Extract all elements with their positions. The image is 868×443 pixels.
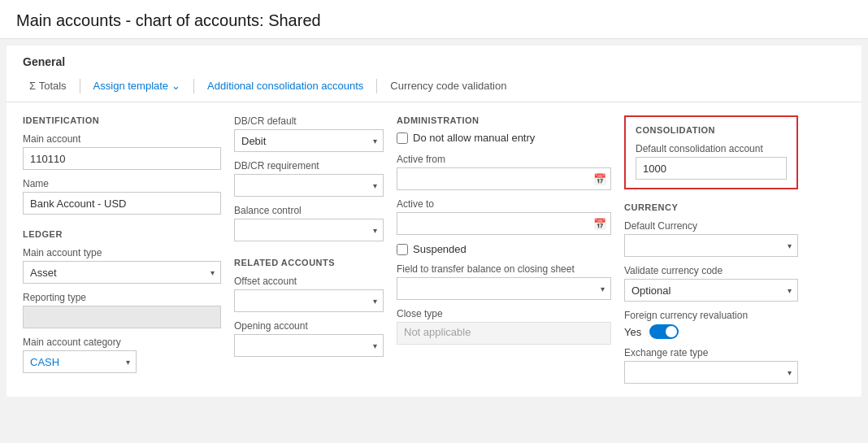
main-account-type-wrapper: Asset Liability Equity Revenue Expense ▾ [23, 261, 221, 284]
dbcr-default-label: DB/CR default [234, 115, 384, 127]
main-account-category-label: Main account category [23, 337, 221, 348]
main-account-category-wrapper: CASH AR AP OTHER ▾ [23, 350, 137, 373]
identification-group-label: IDENTIFICATION [23, 115, 221, 125]
col-identification-ledger: IDENTIFICATION Main account Name LEDGER … [23, 115, 234, 384]
foreign-revaluation-toggle[interactable] [649, 324, 679, 339]
default-currency-select[interactable] [624, 234, 798, 257]
active-from-wrapper: 📅 [397, 167, 611, 190]
currency-group-label: CURRENCY [624, 202, 798, 212]
col-dbcr-related: DB/CR default Debit Credit ▾ DB/CR requi… [234, 115, 397, 384]
validate-currency-select[interactable]: Optional Yes No [624, 279, 798, 302]
main-account-category-select[interactable]: CASH AR AP OTHER [23, 350, 137, 373]
foreign-revaluation-row: Yes [624, 324, 798, 339]
active-from-input[interactable] [397, 167, 611, 190]
field-transfer-select[interactable] [397, 277, 611, 300]
toolbar-separator-3 [376, 79, 377, 93]
do-not-allow-checkbox[interactable] [397, 132, 408, 144]
foreign-revaluation-yes-label: Yes [624, 326, 641, 338]
default-currency-label: Default Currency [624, 220, 798, 232]
balance-control-label: Balance control [234, 205, 384, 216]
default-consolidation-label: Default consolidation account [636, 143, 787, 154]
suspended-row: Suspended [397, 243, 611, 255]
section-label: General [7, 46, 861, 73]
dbcr-requirement-wrapper: Debit Credit ▾ [234, 174, 384, 197]
col-administration: ADMINISTRATION Do not allow manual entry… [397, 115, 624, 384]
do-not-allow-label: Do not allow manual entry [413, 132, 535, 144]
balance-control-wrapper: Debit Credit ▾ [234, 219, 384, 241]
active-to-input[interactable] [397, 212, 611, 235]
offset-account-label: Offset account [234, 276, 384, 287]
reporting-type-display [23, 306, 221, 328]
assign-template-label: Assign template [93, 80, 169, 92]
reporting-type-label: Reporting type [23, 292, 221, 303]
related-accounts-group-label: RELATED ACCOUNTS [234, 258, 384, 267]
active-from-label: Active from [397, 154, 611, 165]
opening-account-label: Opening account [234, 320, 384, 332]
toolbar-additional-consolidation[interactable]: Additional consolidation accounts [201, 76, 370, 95]
main-account-input[interactable] [23, 147, 221, 170]
dbcr-requirement-select[interactable]: Debit Credit [234, 174, 384, 197]
dbcr-default-wrapper: Debit Credit ▾ [234, 129, 384, 152]
dbcr-default-select[interactable]: Debit Credit [234, 129, 384, 152]
page-header: Main accounts - chart of accounts: Share… [0, 0, 868, 39]
assign-template-chevron: ⌄ [171, 80, 180, 92]
offset-account-select[interactable] [234, 289, 384, 312]
active-to-wrapper: 📅 [397, 212, 611, 235]
exchange-rate-type-select[interactable] [624, 361, 798, 384]
close-type-display: Not applicable [397, 322, 611, 345]
form-grid: IDENTIFICATION Main account Name LEDGER … [7, 102, 861, 397]
validate-currency-wrapper: Optional Yes No ▾ [624, 279, 798, 302]
active-to-label: Active to [397, 198, 611, 210]
exchange-rate-type-wrapper: ▾ [624, 361, 798, 384]
toolbar: Σ Totals Assign template ⌄ Additional co… [7, 73, 861, 102]
balance-control-select[interactable]: Debit Credit [234, 219, 384, 241]
default-currency-wrapper: ▾ [624, 234, 798, 257]
opening-account-select[interactable] [234, 334, 384, 357]
main-account-label: Main account [23, 133, 221, 145]
toolbar-separator-1 [80, 79, 80, 93]
toolbar-totals[interactable]: Σ Totals [23, 76, 73, 95]
suspended-label: Suspended [413, 243, 467, 255]
toggle-track [649, 324, 679, 339]
toolbar-separator-2 [193, 79, 194, 93]
page-title: Main accounts - chart of accounts: Share… [16, 11, 852, 30]
content-area: General Σ Totals Assign template ⌄ Addit… [7, 46, 861, 397]
exchange-rate-type-label: Exchange rate type [624, 347, 798, 358]
consolidation-group-label: CONSOLIDATION [636, 125, 787, 135]
administration-group-label: ADMINISTRATION [397, 115, 611, 125]
field-transfer-label: Field to transfer balance on closing she… [397, 263, 611, 275]
toolbar-assign-template[interactable]: Assign template ⌄ [87, 76, 188, 95]
name-input[interactable] [23, 192, 221, 215]
default-consolidation-input[interactable] [636, 157, 787, 180]
ledger-group-label: LEDGER [23, 229, 221, 239]
toggle-thumb [666, 326, 677, 337]
consolidation-box: CONSOLIDATION Default consolidation acco… [624, 115, 798, 189]
toolbar-currency-code[interactable]: Currency code validation [384, 76, 513, 95]
dbcr-requirement-label: DB/CR requirement [234, 160, 384, 172]
validate-currency-label: Validate currency code [624, 265, 798, 276]
additional-consolidation-label: Additional consolidation accounts [207, 80, 363, 92]
offset-account-wrapper: ▾ [234, 289, 384, 312]
do-not-allow-row: Do not allow manual entry [397, 132, 611, 144]
main-account-type-label: Main account type [23, 247, 221, 258]
main-account-type-select[interactable]: Asset Liability Equity Revenue Expense [23, 261, 221, 284]
foreign-revaluation-label: Foreign currency revaluation [624, 310, 798, 321]
totals-label: Σ Totals [29, 80, 67, 92]
col-consolidation-currency: CONSOLIDATION Default consolidation acco… [624, 115, 811, 384]
name-label: Name [23, 178, 221, 189]
close-type-label: Close type [397, 308, 611, 319]
currency-code-label: Currency code validation [390, 80, 506, 92]
opening-account-wrapper: ▾ [234, 334, 384, 357]
field-transfer-wrapper: ▾ [397, 277, 611, 300]
suspended-checkbox[interactable] [397, 244, 408, 255]
